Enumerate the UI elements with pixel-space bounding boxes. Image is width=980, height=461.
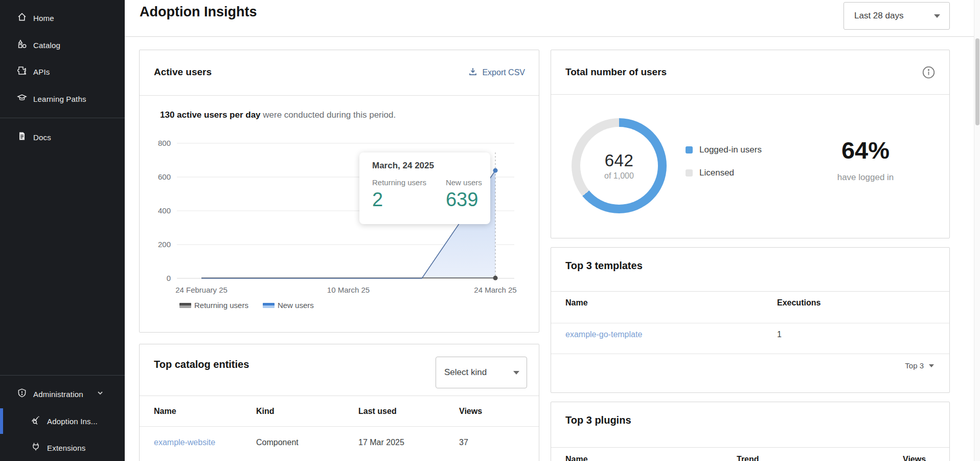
tooltip-label: New users: [446, 178, 482, 187]
card-title: Total number of users: [565, 67, 667, 78]
chart-summary: 130 active users per day were conducted …: [160, 110, 396, 120]
column-header-executions: Executions: [777, 298, 821, 308]
sidebar-item-label: Docs: [33, 133, 51, 142]
legend-swatch-licensed: [686, 169, 693, 177]
summary-highlight: 130 active users per day: [160, 110, 261, 120]
card-title: Active users: [154, 67, 212, 78]
card-header-rule: [140, 95, 539, 96]
top-catalog-entities-card: Top catalog entities Select kind Name Ki…: [139, 344, 539, 461]
export-csv-label: Export CSV: [482, 68, 525, 77]
chart-tooltip: March, 24 2025 Returning users 2 New use…: [359, 152, 490, 224]
caret-down-icon: [934, 14, 940, 18]
top-templates-card: Top 3 templates Name Executions example-…: [551, 247, 950, 393]
sidebar-divider: [0, 375, 125, 376]
column-header-trend: Trend: [737, 455, 759, 461]
total-users-card: Total number of users 642 of 1,000 Logge…: [551, 50, 950, 238]
donut-legend: Logged-in users Licensed: [686, 145, 762, 191]
sidebar-item-apis[interactable]: APIs: [0, 63, 125, 80]
sidebar-item-label: APIs: [33, 68, 50, 76]
legend-label: New users: [278, 301, 314, 310]
tooltip-returning-users: Returning users 2: [372, 178, 426, 211]
card-title: Top 3 templates: [565, 260, 643, 272]
sidebar-item-label: Catalog: [33, 41, 60, 50]
column-header-name: Name: [565, 455, 588, 461]
home-icon: [17, 12, 27, 24]
chart-legend: Returning users New users: [179, 301, 314, 310]
legend-item-licensed: Licensed: [686, 168, 762, 178]
donut-value: 642: [605, 151, 634, 170]
column-header-views: Views: [459, 407, 482, 416]
sidebar-item-home[interactable]: Home: [0, 9, 125, 27]
sidebar-item-label: Administration: [33, 390, 83, 399]
page-title: Adoption Insights: [140, 4, 257, 20]
chevron-down-icon: [97, 389, 104, 399]
tooltip-new-users: New users 639: [446, 178, 482, 211]
logged-in-percent-block: 64% have logged in: [791, 136, 940, 183]
percent-value: 64%: [791, 136, 940, 164]
legend-swatch-returning: [179, 303, 191, 308]
column-header-name: Name: [154, 407, 176, 416]
template-executions-value: 1: [777, 330, 782, 339]
learning-paths-icon: [17, 93, 27, 105]
legend-label: Licensed: [699, 168, 734, 178]
table-rule: [551, 323, 949, 323]
active-users-card: Active users Export CSV 130 active users…: [139, 50, 539, 333]
download-icon: [468, 67, 477, 78]
catalog-icon: [17, 39, 27, 51]
shield-icon: [17, 388, 27, 400]
donut-center: 642 of 1,000: [580, 127, 658, 205]
legend-swatch-new: [263, 303, 275, 308]
column-header-kind: Kind: [256, 407, 275, 416]
api-icon: [17, 65, 27, 78]
date-range-value: Last 28 days: [854, 11, 934, 21]
legend-swatch-logged-in: [686, 146, 693, 153]
sidebar-divider: [0, 118, 125, 118]
plug-icon: [31, 442, 41, 454]
sidebar-item-learning-paths[interactable]: Learning Paths: [0, 90, 125, 107]
column-header-last-used: Last used: [358, 407, 397, 416]
legend-label: Logged-in users: [699, 145, 762, 155]
sidebar: Home Catalog APIs Learning Paths Docs Ad…: [0, 0, 125, 461]
legend-item-logged-in: Logged-in users: [686, 145, 762, 155]
summary-rest: were conducted during this period.: [261, 110, 396, 120]
column-header-name: Name: [565, 298, 588, 308]
tooltip-label: Returning users: [372, 178, 426, 187]
sidebar-item-extensions[interactable]: Extensions: [0, 439, 125, 456]
sidebar-item-administration[interactable]: Administration: [0, 385, 125, 403]
scrollbar-thumb[interactable]: [975, 38, 979, 125]
top-n-label: Top 3: [905, 361, 924, 370]
top-n-selector[interactable]: Top 3: [905, 361, 934, 370]
card-title: Top catalog entities: [154, 359, 249, 370]
card-header-rule: [140, 396, 539, 396]
sidebar-item-label: Adoption Ins...: [47, 417, 98, 426]
adoption-insights-icon: [31, 415, 41, 427]
entity-last-used-value: 17 Mar 2025: [358, 438, 404, 447]
export-csv-button[interactable]: Export CSV: [468, 67, 525, 78]
sidebar-item-docs[interactable]: Docs: [0, 128, 125, 146]
caret-down-icon: [929, 364, 934, 367]
select-kind-dropdown[interactable]: Select kind: [436, 357, 527, 388]
card-title: Top 3 plugins: [565, 414, 631, 426]
column-header-views: Views: [903, 455, 926, 461]
card-header-rule: [551, 447, 949, 448]
entity-views-value: 37: [459, 438, 468, 447]
tooltip-value: 639: [446, 189, 482, 211]
docs-icon: [17, 131, 27, 143]
info-icon[interactable]: [922, 65, 936, 81]
table-rule: [551, 354, 949, 354]
date-range-select[interactable]: Last 28 days: [844, 2, 950, 30]
template-name-link[interactable]: example-go-template: [565, 330, 642, 339]
sidebar-item-catalog[interactable]: Catalog: [0, 36, 125, 54]
card-header-rule: [551, 291, 949, 292]
sidebar-item-label: Learning Paths: [33, 95, 86, 103]
percent-caption: have logged in: [791, 172, 940, 183]
page-scrollbar: [974, 0, 980, 461]
legend-item-returning-users: Returning users: [179, 301, 248, 310]
tooltip-value: 2: [372, 189, 426, 211]
entity-name-link[interactable]: example-website: [154, 438, 215, 447]
card-header-rule: [551, 94, 949, 95]
sidebar-item-label: Home: [33, 14, 54, 23]
table-rule: [140, 426, 539, 427]
sidebar-item-adoption-insights[interactable]: Adoption Ins...: [0, 412, 125, 430]
header-divider: [125, 36, 980, 37]
